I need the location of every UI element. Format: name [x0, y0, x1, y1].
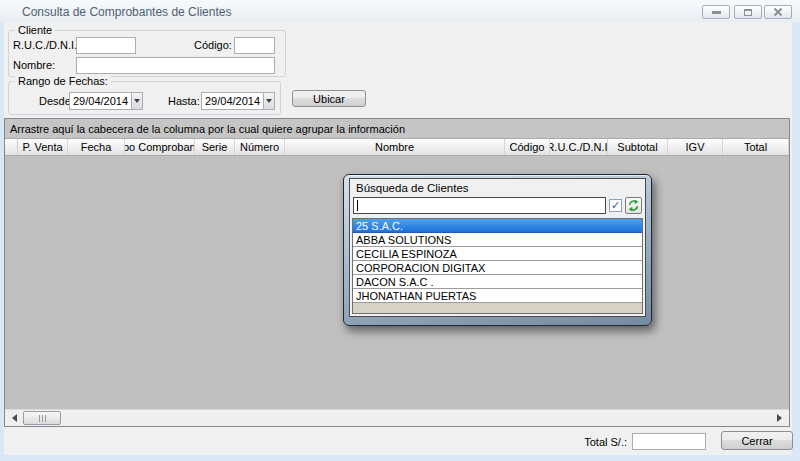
- chevron-down-icon: [134, 99, 140, 103]
- hasta-label: Hasta:: [168, 95, 200, 107]
- list-item[interactable]: CECILIA ESPINOZA: [353, 247, 642, 261]
- client-group-legend: Cliente: [15, 24, 55, 36]
- main-window: Consulta de Comprobantes de Clientes Cli…: [0, 0, 800, 461]
- column-header-p-venta[interactable]: P. Venta: [18, 139, 68, 155]
- list-item[interactable]: DACON S.A.C .: [353, 275, 642, 289]
- filter-checkbox[interactable]: ✓: [609, 199, 622, 212]
- column-header-total[interactable]: Total: [723, 139, 789, 155]
- client-search-dialog: Búsqueda de Clientes ✓ 2: [343, 174, 652, 326]
- search-row: ✓: [350, 196, 645, 216]
- ubicar-button[interactable]: Ubicar: [292, 90, 366, 107]
- scroll-left-button[interactable]: [7, 410, 22, 426]
- arrow-left-icon: [12, 414, 17, 422]
- cerrar-button[interactable]: Cerrar: [721, 431, 793, 450]
- dialog-title: Búsqueda de Clientes: [350, 179, 645, 196]
- maximize-icon: [744, 9, 752, 16]
- minimize-button[interactable]: [702, 5, 730, 19]
- hasta-date-value: 29/04/2014: [202, 93, 263, 109]
- refresh-button[interactable]: [625, 197, 642, 214]
- client-groupbox: Cliente R.U.C./D.N.I.: Código: Nombre:: [8, 30, 286, 77]
- desde-date-picker[interactable]: 29/04/2014: [69, 92, 143, 110]
- group-by-hint-bar[interactable]: Arrastre aquí la cabecera de la columna …: [5, 119, 789, 139]
- chevron-down-icon: [266, 99, 272, 103]
- grid-header-row: P. VentaFechaTipo ComprobanteSerieNúmero…: [5, 139, 789, 156]
- list-empty-area: [353, 303, 642, 313]
- column-header-igv[interactable]: IGV: [668, 139, 723, 155]
- window-border-right: [792, 0, 800, 461]
- checkmark-icon: ✓: [611, 200, 620, 211]
- desde-date-value: 29/04/2014: [70, 93, 131, 109]
- column-header-nombre[interactable]: Nombre: [285, 139, 505, 155]
- column-header-n-mero[interactable]: Número: [235, 139, 285, 155]
- refresh-icon: [627, 199, 640, 212]
- window-title: Consulta de Comprobantes de Clientes: [22, 5, 231, 19]
- column-header-fecha[interactable]: Fecha: [68, 139, 125, 155]
- titlebar[interactable]: Consulta de Comprobantes de Clientes: [0, 0, 800, 22]
- date-range-legend: Rango de Fechas:: [15, 75, 111, 87]
- list-item[interactable]: ABBA SOLUTIONS: [353, 233, 642, 247]
- hasta-date-picker[interactable]: 29/04/2014: [201, 92, 275, 110]
- close-icon: [773, 7, 783, 17]
- client-list: 25 S.A.C.ABBA SOLUTIONSCECILIA ESPINOZAC…: [352, 218, 643, 314]
- text-caret: [357, 200, 358, 211]
- row-indicator-column: [5, 139, 18, 155]
- ruc-input[interactable]: [76, 37, 136, 54]
- minimize-icon: [712, 11, 721, 14]
- desde-dropdown-button[interactable]: [131, 93, 142, 109]
- scroll-right-button[interactable]: [772, 410, 787, 426]
- window-border-bottom: [0, 455, 800, 461]
- column-header-tipo-comprobante[interactable]: Tipo Comprobante: [125, 139, 195, 155]
- nombre-label: Nombre:: [13, 59, 55, 71]
- list-item[interactable]: JHONATHAN PUERTAS: [353, 289, 642, 303]
- total-label: Total S/.:: [565, 436, 627, 448]
- scrollbar-thumb[interactable]: [23, 411, 61, 425]
- ruc-label: R.U.C./D.N.I.:: [13, 39, 80, 51]
- codigo-label: Código:: [194, 39, 232, 51]
- column-header-subtotal[interactable]: Subtotal: [608, 139, 668, 155]
- client-search-dialog-body: Búsqueda de Clientes ✓ 2: [349, 178, 646, 317]
- codigo-input[interactable]: [234, 37, 275, 54]
- column-header-r-u-c-d-n-i[interactable]: R.U.C./D.N.I.: [550, 139, 608, 155]
- maximize-button[interactable]: [734, 5, 762, 19]
- list-item[interactable]: CORPORACION DIGITAX: [353, 261, 642, 275]
- close-button[interactable]: [764, 5, 792, 19]
- nombre-input[interactable]: [76, 57, 275, 74]
- total-input[interactable]: [632, 433, 706, 450]
- arrow-right-icon: [777, 414, 782, 422]
- horizontal-scrollbar[interactable]: [5, 409, 789, 426]
- client-search-input[interactable]: [353, 197, 606, 214]
- hasta-dropdown-button[interactable]: [263, 93, 274, 109]
- column-header-serie[interactable]: Serie: [195, 139, 235, 155]
- date-range-groupbox: Rango de Fechas: Desde: 29/04/2014 Hasta…: [8, 81, 281, 115]
- column-header-c-digo[interactable]: Código: [505, 139, 550, 155]
- list-item[interactable]: 25 S.A.C.: [353, 219, 642, 233]
